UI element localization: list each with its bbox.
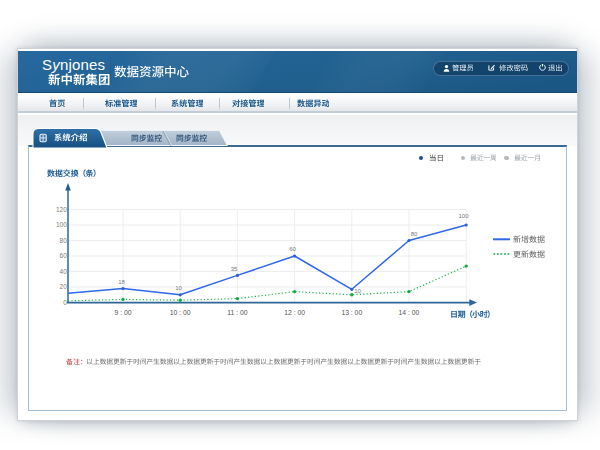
svg-text:9 : 00: 9 : 00 bbox=[114, 309, 131, 316]
svg-text:100: 100 bbox=[56, 221, 67, 228]
svg-text:13 : 00: 13 : 00 bbox=[341, 309, 362, 316]
svg-text:40: 40 bbox=[60, 268, 68, 275]
svg-text:20: 20 bbox=[60, 283, 68, 290]
svg-text:10: 10 bbox=[175, 285, 182, 291]
svg-text:35: 35 bbox=[231, 266, 238, 272]
svg-text:0: 0 bbox=[63, 299, 67, 306]
svg-text:10: 10 bbox=[354, 288, 361, 294]
svg-text:10 : 00: 10 : 00 bbox=[170, 309, 191, 316]
svg-text:80: 80 bbox=[411, 231, 418, 237]
svg-text:60: 60 bbox=[60, 252, 68, 259]
svg-text:80: 80 bbox=[60, 237, 68, 244]
svg-text:11 : 00: 11 : 00 bbox=[227, 309, 248, 316]
svg-text:120: 120 bbox=[56, 206, 67, 213]
svg-text:14 : 00: 14 : 00 bbox=[399, 309, 420, 316]
svg-text:60: 60 bbox=[289, 246, 296, 252]
svg-text:12 : 00: 12 : 00 bbox=[284, 309, 305, 316]
svg-text:18: 18 bbox=[118, 279, 125, 285]
svg-text:100: 100 bbox=[458, 213, 469, 219]
